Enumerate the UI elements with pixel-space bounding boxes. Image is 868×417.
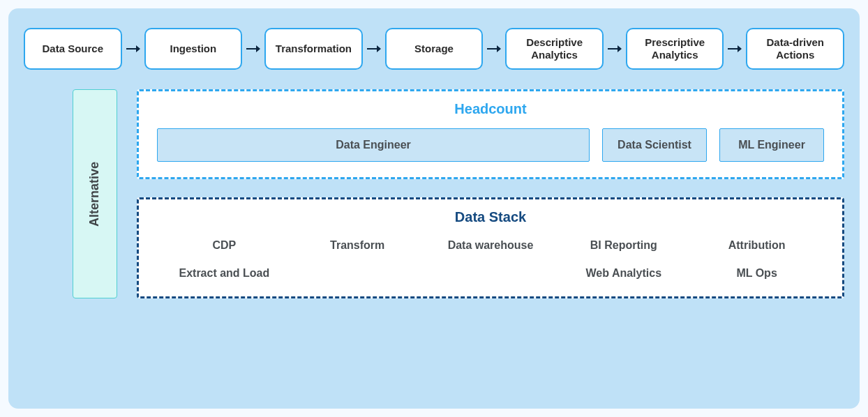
role-data-engineer: Data Engineer — [157, 128, 590, 162]
stack-transform: Transform — [294, 239, 421, 252]
role-ml-engineer: ML Engineer — [719, 128, 824, 162]
headcount-panel: Headcount Data Engineer Data Scientist M… — [137, 89, 844, 179]
pipeline-stage-descriptive-analytics: Descriptive Analytics — [505, 28, 604, 70]
datastack-title: Data Stack — [157, 209, 824, 225]
svg-marker-9 — [618, 45, 622, 52]
svg-marker-1 — [136, 45, 140, 52]
lower-region: Alternative Headcount Data Engineer Data… — [24, 89, 844, 298]
arrow-icon — [728, 44, 742, 54]
pipeline-stage-data-source: Data Source — [24, 28, 122, 70]
stack-extract-and-load: Extract and Load — [161, 267, 287, 280]
stack-cdp: CDP — [161, 239, 287, 252]
diagram-canvas: Data Source Ingestion Transformation Sto… — [8, 8, 860, 409]
stack-attribution: Attribution — [694, 239, 820, 252]
headcount-row: Data Engineer Data Scientist ML Engineer — [157, 128, 824, 162]
pipeline-stage-data-driven-actions: Data-driven Actions — [746, 28, 844, 70]
datastack-grid: CDP Transform Data warehouse BI Reportin… — [157, 236, 824, 281]
alternative-label: Alternative — [88, 161, 103, 226]
arrow-icon — [608, 44, 622, 54]
svg-marker-5 — [377, 45, 381, 52]
panels-column: Headcount Data Engineer Data Scientist M… — [137, 89, 844, 298]
arrow-icon — [487, 44, 501, 54]
arrow-icon — [367, 44, 381, 54]
pipeline-row: Data Source Ingestion Transformation Sto… — [24, 28, 844, 70]
svg-marker-7 — [497, 45, 501, 52]
role-data-scientist: Data Scientist — [602, 128, 707, 162]
svg-marker-11 — [738, 45, 742, 52]
pipeline-stage-ingestion: Ingestion — [144, 28, 243, 70]
alternative-column: Alternative — [73, 89, 117, 298]
stack-web-analytics: Web Analytics — [560, 267, 687, 280]
stack-bi-reporting: BI Reporting — [560, 239, 687, 252]
headcount-title: Headcount — [157, 101, 824, 117]
pipeline-stage-transformation: Transformation — [264, 28, 363, 70]
datastack-panel: Data Stack CDP Transform Data warehouse … — [137, 197, 844, 298]
stack-data-warehouse: Data warehouse — [428, 239, 554, 252]
arrow-icon — [126, 44, 140, 54]
pipeline-stage-prescriptive-analytics: Prescriptive Analytics — [626, 28, 724, 70]
svg-marker-3 — [256, 45, 260, 52]
arrow-icon — [246, 44, 260, 54]
stack-ml-ops: ML Ops — [694, 267, 820, 280]
pipeline-stage-storage: Storage — [385, 28, 484, 70]
